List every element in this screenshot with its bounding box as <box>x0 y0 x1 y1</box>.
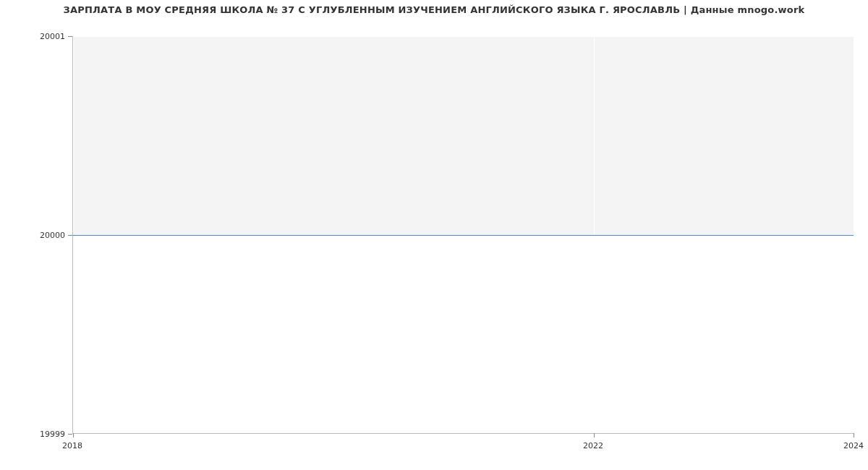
x-tick-label: 2018 <box>62 441 82 450</box>
x-tick-label: 2022 <box>583 441 603 450</box>
x-tick <box>854 433 854 437</box>
y-tick-label: 19999 <box>0 430 65 439</box>
plot-lower-bg <box>73 235 854 433</box>
grid-x <box>854 36 854 433</box>
chart-title: ЗАРПЛАТА В МОУ СРЕДНЯЯ ШКОЛА № 37 С УГЛУ… <box>0 4 868 15</box>
x-tick <box>594 433 595 437</box>
grid-y <box>73 36 854 37</box>
plot-area <box>72 36 854 434</box>
series-line <box>73 235 854 236</box>
y-tick <box>68 434 72 435</box>
x-tick-label: 2024 <box>843 441 864 450</box>
x-tick <box>73 433 74 437</box>
y-tick-label: 20001 <box>0 32 65 41</box>
chart-container: ЗАРПЛАТА В МОУ СРЕДНЯЯ ШКОЛА № 37 С УГЛУ… <box>0 0 868 470</box>
y-tick-label: 20000 <box>0 231 65 240</box>
